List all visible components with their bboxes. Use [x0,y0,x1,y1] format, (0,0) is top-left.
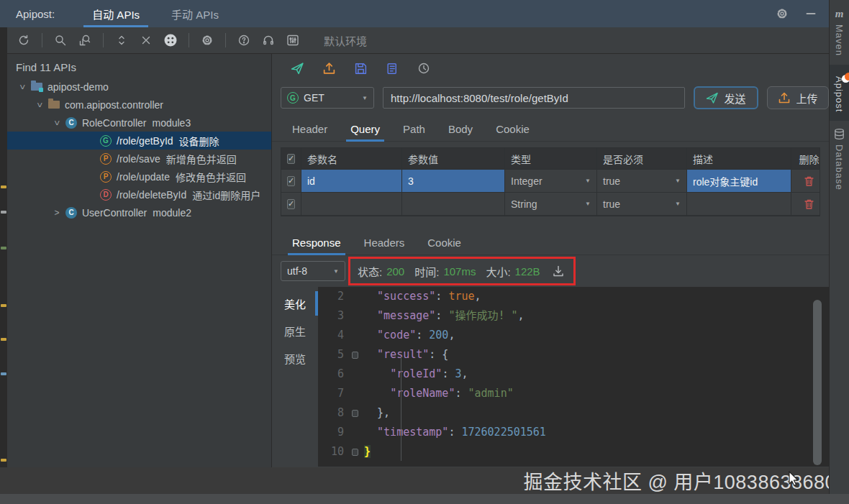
title-tab-0[interactable]: 自动 APIs [76,0,155,27]
sliders-icon[interactable] [285,32,301,48]
gear-icon[interactable] [774,6,790,22]
token [364,426,377,439]
tool-strip-tab-maven[interactable]: mMaven [830,0,849,65]
hide-window-icon[interactable] [803,6,819,22]
request-tab-path[interactable]: Path [394,117,434,141]
url-input[interactable] [383,87,685,109]
close-icon[interactable] [138,32,154,48]
param-required-select[interactable]: true▼ [597,170,687,192]
tree-item-suffix: 设备删除 [179,134,219,148]
tree-chevron-icon[interactable]: > [52,118,62,128]
code-text: "message": "操作成功! ", [361,306,525,326]
token: , [448,329,455,342]
fold-gutter[interactable] [348,403,361,423]
upload-icon[interactable] [321,60,337,76]
fold-gutter[interactable] [348,345,361,365]
json-code-area[interactable]: 2 "success": true,3 "message": "操作成功! ",… [318,287,829,467]
send-button[interactable]: 发送 [694,86,758,109]
request-tab-body[interactable]: Body [440,117,481,141]
response-tab-cookie[interactable]: Cookie [419,231,470,255]
code-text: "success": true, [361,287,481,306]
tool-strip-tab-database[interactable]: Database [830,121,849,199]
tree-chevron-icon[interactable]: > [52,208,62,218]
param-value-cell[interactable]: 3 [402,170,505,192]
param-desc-cell[interactable] [687,193,791,215]
response-tab-headers[interactable]: Headers [355,231,414,255]
method-select[interactable]: G GET ▼ [281,87,374,109]
token: , [518,309,525,322]
tree-item-suffix: module2 [153,207,191,219]
tree-item-usercontroller[interactable]: >CUserControllermodule2 [7,203,271,221]
tree-item--role-getbyid[interactable]: >G/role/getById设备删除 [7,132,271,150]
encoding-select[interactable]: utf-8 ▼ [281,261,345,281]
tool-strip-tab-apipost[interactable]: Apipost [830,65,849,121]
refresh-icon[interactable] [16,32,32,48]
param-row-1: ✓String▼true▼ [281,193,820,216]
view-tab-2[interactable]: 预览 [272,344,318,372]
chevron-down-icon: ▼ [362,95,368,101]
tree-item-label: com.apipost.controller [65,99,163,111]
param-desc-cell[interactable]: role对象主键id [687,170,791,192]
token [364,348,377,361]
save-icon[interactable] [353,60,368,76]
delete-row-button[interactable] [791,170,827,192]
tree-chevron-icon[interactable]: > [17,82,27,92]
param-name-cell[interactable] [301,193,402,215]
tree-item-apipost-demo[interactable]: >apipost-demo [7,78,271,96]
maven-icon: m [835,7,844,20]
token: : [435,290,448,303]
expand-collapse-icon[interactable] [114,32,130,48]
headphones-icon[interactable] [260,32,276,48]
tree-item-label: UserController [82,207,147,219]
fold-marker-icon[interactable] [352,449,358,456]
param-name-cell[interactable]: id [301,170,402,192]
checkbox-checked[interactable]: ✓ [287,176,295,186]
environment-label[interactable]: 默认环境 [324,33,367,48]
param-value-cell[interactable] [402,193,505,215]
search-icon[interactable] [53,32,68,48]
post-method-icon: P [99,152,112,165]
title-tab-1[interactable]: 手动 APIs [155,0,235,27]
param-type-select[interactable]: Integer▼ [505,170,597,192]
tree-item-rolecontroller[interactable]: >CRoleControllermodule3 [7,114,271,132]
dot-grid-icon[interactable] [163,32,178,48]
chevron-down-icon: ▼ [675,178,681,184]
class-icon: C [65,116,78,129]
fold-marker-icon[interactable] [352,352,358,359]
param-required-select[interactable]: true▼ [597,193,687,215]
database-icon [833,128,845,140]
gear-icon[interactable] [199,32,215,48]
request-tab-query[interactable]: Query [342,117,389,141]
tree-item-com-apipost-controller[interactable]: >com.apipost.controller [7,96,271,114]
column-header-5: 删除 [791,148,827,169]
document-icon[interactable] [384,60,400,76]
checkbox-checked[interactable]: ✓ [287,154,295,164]
token: } [364,445,371,458]
delete-row-button[interactable] [791,193,827,215]
view-tab-0[interactable]: 美化 [272,290,318,317]
tree-item--role-update[interactable]: >P/role/update修改角色并返回 [7,168,271,185]
request-tab-cookie[interactable]: Cookie [487,117,538,141]
tree-item--role-deletebyid[interactable]: >D/role/deleteById通过id删除用户 [7,185,271,203]
column-header-2: 类型 [505,148,597,169]
help-icon[interactable] [236,32,252,48]
view-tab-1[interactable]: 原生 [272,317,318,344]
tool-strip-label: Maven [834,24,845,56]
fold-marker-icon[interactable] [352,410,358,417]
download-icon[interactable] [550,263,566,279]
tree-item--role-save[interactable]: >P/role/save新增角色并返回 [7,150,271,168]
fold-gutter[interactable] [348,442,361,462]
param-type-select[interactable]: String▼ [505,193,597,215]
structure-search-icon[interactable] [77,32,93,48]
history-icon[interactable] [416,60,432,76]
request-tab-header[interactable]: Header [283,117,336,141]
checkbox-checked[interactable]: ✓ [287,199,295,209]
editor-edge-strip [0,27,7,494]
param-row-0: ✓id3Integer▼true▼role对象主键id [281,170,820,193]
tree-chevron-icon[interactable]: > [35,100,45,110]
vertical-scrollbar[interactable] [813,300,822,465]
upload-button[interactable]: 上传 [767,86,829,109]
tool-window-header: Apipost: 自动 APIs手动 APIs [0,0,829,27]
send-icon[interactable] [289,60,305,76]
response-tab-response[interactable]: Response [283,231,350,255]
